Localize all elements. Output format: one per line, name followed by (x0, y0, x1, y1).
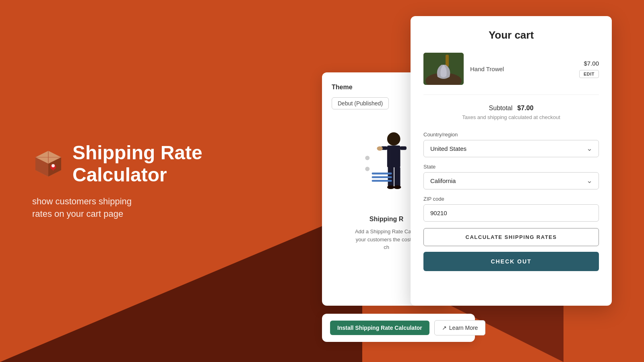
svg-rect-24 (446, 55, 449, 67)
cart-item-price: $7.00 (584, 60, 599, 67)
cart-item: Hand Trowel $7.00 EDIT (423, 53, 599, 95)
svg-point-14 (377, 146, 383, 151)
svg-rect-11 (387, 146, 400, 168)
country-select[interactable]: United States (423, 140, 599, 157)
svg-point-9 (365, 167, 369, 171)
trowel-image (423, 53, 464, 85)
title-line1: Shipping Rate (72, 142, 202, 163)
zip-input[interactable] (423, 204, 599, 222)
cart-panel: Your cart Hand Trowel (411, 16, 612, 306)
svg-rect-20 (372, 176, 392, 178)
title-line2: Calculator (72, 164, 167, 185)
state-select[interactable]: California (423, 172, 599, 189)
taxes-note: Taxes and shipping calculated at checkou… (423, 114, 599, 120)
shipping-label-text: Shipping R (369, 216, 403, 222)
state-select-wrapper: California (423, 172, 599, 189)
svg-rect-21 (372, 180, 392, 182)
left-content-area: Shipping Rate Calculator show customers … (32, 142, 202, 220)
app-subtitle: show customers shippingrates on your car… (32, 195, 202, 220)
country-label: Country/region (423, 132, 599, 138)
svg-rect-16 (394, 167, 400, 187)
external-link-icon: ↗ (442, 325, 447, 331)
learn-more-label: Learn More (449, 325, 478, 331)
country-select-wrapper: United States (423, 140, 599, 157)
subtotal-row: Subtotal $7.00 (423, 105, 599, 112)
subtotal-label: Subtotal (489, 105, 513, 112)
checkout-button[interactable]: CHECK OUT (423, 252, 599, 271)
install-button[interactable]: Install Shipping Rate Calculator (330, 321, 429, 335)
app-icon (32, 148, 64, 180)
calculate-shipping-button[interactable]: CALCULATE SHIPPING RATES (423, 228, 599, 246)
svg-point-18 (394, 185, 401, 189)
svg-point-17 (387, 185, 394, 189)
svg-rect-13 (400, 146, 407, 150)
theme-badge: Debut (Published) (332, 97, 389, 109)
state-label: State (423, 164, 599, 170)
bottom-action-bar: Install Shipping Rate Calculator ↗ Learn… (322, 314, 475, 342)
edit-button[interactable]: EDIT (579, 70, 599, 78)
state-field-group: State California (423, 164, 599, 189)
cart-title: Your cart (423, 29, 599, 41)
cart-item-name: Hand Trowel (470, 66, 573, 72)
zip-field-group: ZIP code (423, 196, 599, 222)
svg-point-8 (365, 156, 369, 160)
zip-label: ZIP code (423, 196, 599, 202)
svg-rect-19 (372, 173, 392, 175)
app-title: Shipping Rate Calculator (72, 142, 202, 186)
cart-item-image (423, 53, 464, 85)
cart-item-right: $7.00 EDIT (579, 60, 599, 78)
svg-point-10 (387, 132, 400, 146)
panels-area: Theme Debut (Published) (322, 16, 612, 346)
svg-point-7 (52, 164, 55, 167)
app-header: Shipping Rate Calculator (32, 142, 202, 186)
learn-more-button[interactable]: ↗ Learn More (434, 320, 486, 335)
country-field-group: Country/region United States (423, 132, 599, 157)
subtotal-amount: $7.00 (517, 105, 533, 112)
